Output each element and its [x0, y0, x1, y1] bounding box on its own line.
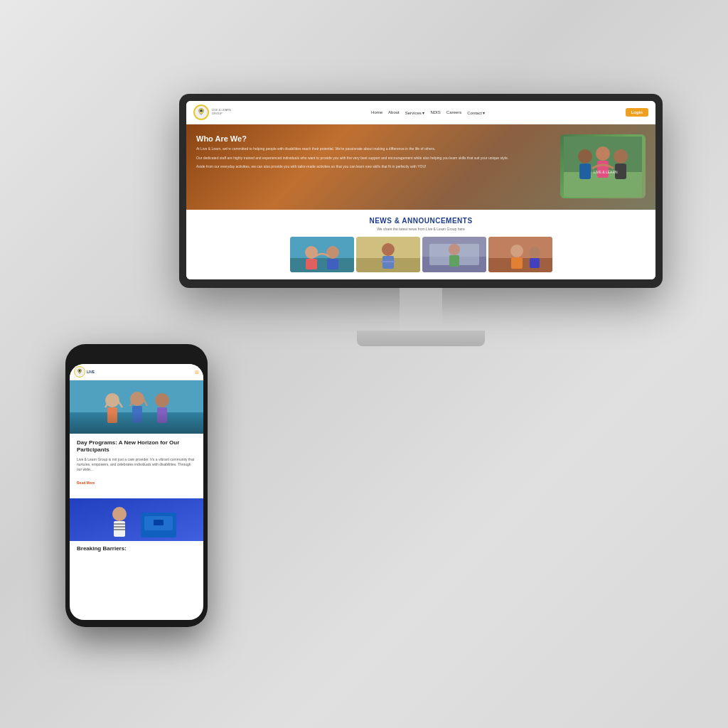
news-image-4	[488, 237, 552, 272]
nav-about[interactable]: About	[388, 110, 400, 114]
logo-text: LIVE & LEARN GROUP	[212, 109, 231, 116]
svg-point-23	[449, 244, 460, 255]
svg-text:LIVE & LEARN: LIVE & LEARN	[594, 170, 618, 174]
svg-rect-43	[114, 521, 125, 537]
nav-home[interactable]: Home	[371, 110, 382, 114]
monitor-stand	[179, 288, 663, 346]
monitor-stand-neck	[400, 288, 442, 331]
phone: LIVE ≡	[65, 344, 208, 627]
phone-outer: LIVE ≡	[65, 344, 208, 627]
login-button[interactable]: Login	[626, 108, 648, 117]
logo-area: LIVE & LEARN GROUP	[193, 105, 231, 120]
svg-rect-49	[154, 520, 164, 525]
svg-rect-15	[327, 259, 338, 269]
nav-ndis[interactable]: NDIS	[430, 110, 440, 114]
news-section: NEWS & ANNOUNCEMENTS We share the latest…	[186, 210, 655, 279]
hero-title: Who Are We?	[196, 134, 553, 143]
svg-point-42	[112, 507, 127, 521]
svg-rect-4	[579, 164, 591, 179]
desktop-monitor: LIVE & LEARN GROUP Home About Services N…	[179, 94, 663, 346]
hero-image-placeholder: LIVE & LEARN	[560, 134, 646, 198]
svg-point-27	[510, 245, 523, 257]
phone-notch	[115, 351, 158, 361]
nav-links: Home About Services NDIS Careers Contact	[237, 110, 620, 115]
hero-image: LIVE & LEARN	[560, 134, 646, 198]
svg-rect-30	[530, 258, 540, 268]
svg-rect-28	[511, 257, 523, 269]
phone-hero-overlay	[70, 380, 203, 434]
svg-rect-13	[306, 259, 317, 269]
phone-logo-area: LIVE	[74, 366, 95, 378]
hero-section: Who Are We? At Live & Learn, we're commi…	[186, 124, 655, 210]
phone-nav: LIVE ≡	[70, 364, 203, 380]
monitor-bezel-bottom	[186, 279, 655, 288]
phone-screen: LIVE ≡	[70, 364, 203, 620]
scene: LIVE & LEARN GROUP Home About Services N…	[44, 73, 684, 655]
phone-article1-body: Live & Learn Group is not just a care pr…	[77, 457, 196, 472]
phone-read-more[interactable]: Read More	[77, 481, 95, 485]
svg-point-3	[578, 149, 592, 164]
nav-services[interactable]: Services	[405, 110, 425, 115]
phone-article1-image	[70, 380, 203, 434]
phone-article2-image	[70, 498, 203, 541]
site-nav: LIVE & LEARN GROUP Home About Services N…	[186, 101, 655, 124]
monitor-screen: LIVE & LEARN GROUP Home About Services N…	[186, 101, 655, 279]
svg-point-7	[614, 149, 628, 164]
phone-logo-icon	[74, 366, 85, 378]
news-image-2	[356, 237, 420, 272]
svg-point-31	[79, 370, 81, 372]
news-subtitle: We share the latest news from Live & Lea…	[193, 227, 648, 231]
nav-contact[interactable]: Contact	[467, 110, 485, 115]
hero-text: Who Are We? At Live & Learn, we're commi…	[196, 134, 553, 173]
nav-careers[interactable]: Careers	[446, 110, 461, 114]
news-title: NEWS & ANNOUNCEMENTS	[193, 217, 648, 225]
hero-paragraph1: At Live & Learn, we're committed to help…	[196, 146, 553, 152]
svg-point-5	[596, 146, 610, 161]
phone-article2-title: Breaking Barriers:	[70, 545, 203, 560]
svg-point-29	[529, 247, 540, 258]
hero-paragraph3: Aside from our everyday activities, we c…	[196, 164, 553, 170]
phone-menu-icon[interactable]: ≡	[195, 368, 199, 376]
hero-paragraph2: Our dedicated staff are highly trained a…	[196, 156, 553, 161]
website: LIVE & LEARN GROUP Home About Services N…	[186, 101, 655, 279]
monitor-stand-base	[357, 331, 485, 346]
logo-icon	[193, 105, 209, 120]
phone-article1-title: Day Programs: A New Horizon for Our Part…	[77, 439, 196, 454]
news-image-1	[290, 237, 354, 272]
svg-point-18	[382, 243, 395, 256]
news-image-3	[422, 237, 486, 272]
logo-subtext: GROUP	[212, 112, 231, 116]
svg-rect-24	[449, 255, 459, 267]
svg-rect-11	[290, 258, 354, 272]
news-images	[193, 237, 648, 272]
svg-rect-6	[597, 161, 609, 178]
svg-rect-41	[70, 498, 203, 541]
phone-article1-content: Day Programs: A New Horizon for Our Part…	[70, 434, 203, 493]
phone-logo-text: LIVE	[87, 370, 95, 374]
monitor-outer: LIVE & LEARN GROUP Home About Services N…	[179, 94, 663, 288]
